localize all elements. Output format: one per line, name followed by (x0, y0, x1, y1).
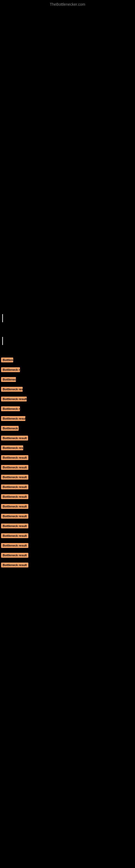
list-item: Bottleneck result (0, 474, 135, 481)
list-item: Bottleneck result (0, 552, 135, 559)
bottleneck-badge[interactable]: Bottleneck result (1, 377, 16, 382)
list-item: Bottleneck result (0, 425, 135, 432)
list-item: Bottleneck result (0, 386, 135, 393)
list-item: Bottleneck result (0, 513, 135, 520)
list-item: Bottleneck result (0, 367, 135, 374)
chart-area (0, 8, 135, 149)
list-item: Bottleneck result (0, 464, 135, 471)
bottleneck-badge[interactable]: Bottleneck result (1, 367, 20, 372)
list-item: Bottleneck result (0, 455, 135, 462)
bottleneck-badge[interactable]: Bottleneck result (1, 387, 23, 392)
list-item: Bottleneck result (0, 357, 135, 364)
list-item: Bottleneck result (0, 445, 135, 452)
bottleneck-badge[interactable]: Bottleneck result (1, 494, 28, 499)
list-item: Bottleneck result (0, 435, 135, 442)
site-title: TheBottlenecker.com (0, 0, 135, 8)
bottleneck-badge[interactable]: Bottleneck result (1, 475, 28, 479)
list-item: Bottleneck result (0, 562, 135, 569)
bottleneck-badge[interactable]: Bottleneck result (1, 485, 28, 489)
spacer-section (0, 149, 135, 311)
list-item: Bottleneck result (0, 503, 135, 510)
list-item: Bottleneck result (0, 494, 135, 501)
bottleneck-badge[interactable]: Bottleneck result (1, 436, 28, 440)
list-item: Bottleneck result (0, 523, 135, 530)
list-item: Bottleneck result (0, 396, 135, 403)
bottleneck-badge[interactable]: Bottleneck result (1, 465, 28, 470)
list-item: Bottleneck result (0, 376, 135, 383)
line-indicator-2 (0, 334, 135, 349)
list-item: Bottleneck result (0, 484, 135, 491)
bottleneck-badge[interactable]: Bottleneck result (1, 533, 28, 538)
bottleneck-badge[interactable]: Bottleneck result (1, 445, 23, 450)
bottleneck-badge[interactable]: Bottleneck result (1, 514, 28, 519)
bottleneck-badge[interactable]: Bottleneck result (1, 553, 28, 558)
line-indicator-1 (0, 311, 135, 326)
bottleneck-badge[interactable]: Bottleneck result (1, 504, 28, 509)
results-section: Bottleneck result Bottleneck result Bott… (0, 349, 135, 569)
bottleneck-badge[interactable]: Bottleneck result (1, 563, 28, 567)
list-item: Bottleneck result (0, 533, 135, 540)
bottleneck-badge[interactable]: Bottleneck result (1, 416, 26, 421)
bottleneck-badge[interactable]: Bottleneck result (1, 426, 18, 431)
bottleneck-badge[interactable]: Bottleneck result (1, 524, 28, 528)
list-item: Bottleneck result (0, 406, 135, 413)
bottleneck-badge[interactable]: Bottleneck result (1, 397, 27, 401)
list-item: Bottleneck result (0, 415, 135, 423)
bottleneck-badge[interactable]: Bottleneck result (1, 455, 28, 460)
main-content: TheBottlenecker.com Bottleneck result Bo… (0, 0, 135, 569)
bottleneck-badge[interactable]: Bottleneck result (1, 543, 28, 548)
list-item: Bottleneck result (0, 542, 135, 550)
bottleneck-badge[interactable]: Bottleneck result (1, 358, 13, 362)
bottleneck-badge[interactable]: Bottleneck result (1, 406, 20, 411)
